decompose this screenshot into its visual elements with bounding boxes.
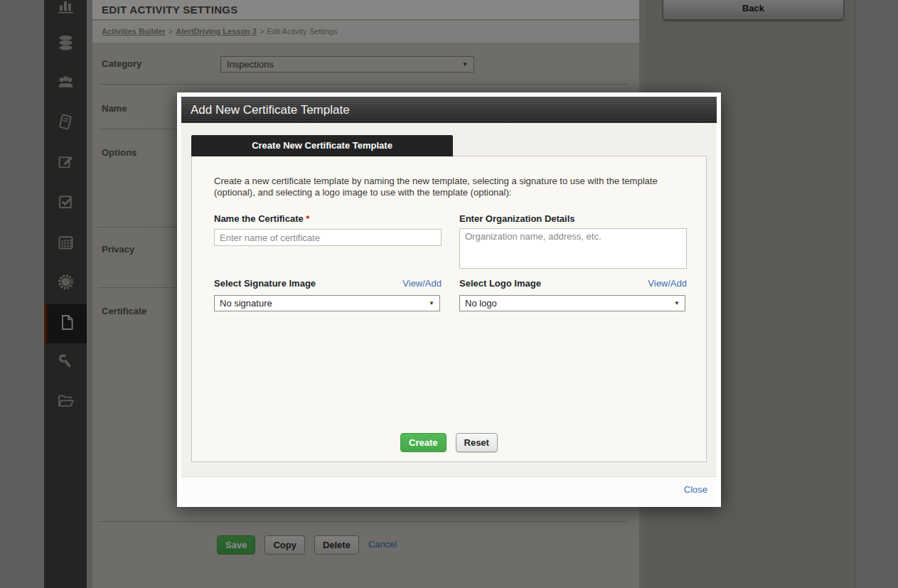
logo-select[interactable]: No logo ▼ [459,295,685,311]
logo-view-add-link[interactable]: View/Add [648,278,687,289]
panel-actions: Create Reset [192,433,706,452]
reset-button[interactable]: Reset [456,433,498,452]
app-screen: EDIT ACTIVITY SETTINGS Activities Builde… [0,0,898,588]
modal-title: Add New Certificate Template [181,97,717,123]
certificate-name-label: Name the Certificate * [214,213,442,224]
signature-select-value: No signature [220,298,272,309]
signature-select[interactable]: No signature ▼ [214,295,440,311]
logo-label: Select Logo Image View/Add [459,278,687,289]
required-asterisk: * [306,213,309,224]
add-certificate-modal: Add New Certificate Template Create New … [177,92,721,507]
panel-description: Create a new certificate template by nam… [214,176,680,198]
organization-label: Enter Organization Details [459,213,687,224]
logo-select-value: No logo [465,298,497,309]
modal-footer: Close [181,476,717,503]
modal-body: Create New Certificate Template Create a… [181,123,717,476]
signature-label: Select Signature Image View/Add [214,278,442,289]
certificate-name-input[interactable] [214,229,442,246]
organization-textarea[interactable] [459,228,687,269]
close-link[interactable]: Close [684,477,707,503]
create-button[interactable]: Create [400,433,446,452]
signature-view-add-link[interactable]: View/Add [402,278,442,289]
chevron-down-icon: ▼ [674,296,680,311]
create-certificate-panel: Create a new certificate template by nam… [191,156,707,462]
tab-create-certificate[interactable]: Create New Certificate Template [191,135,453,156]
chevron-down-icon: ▼ [429,296,434,311]
